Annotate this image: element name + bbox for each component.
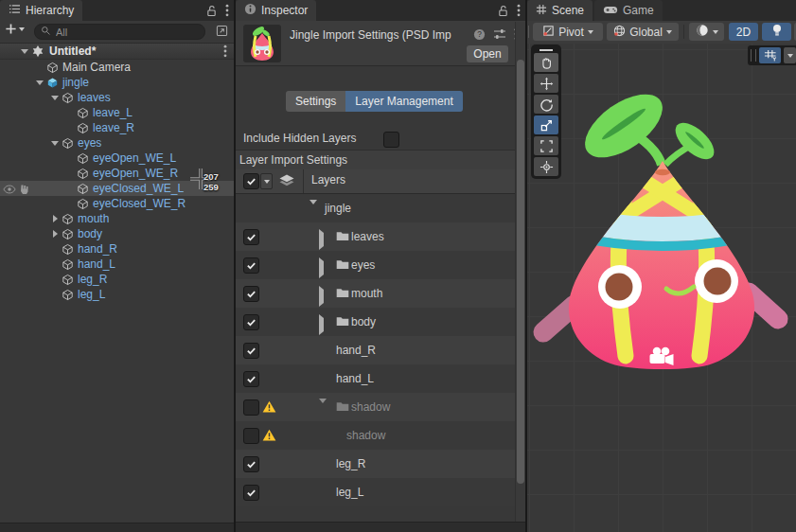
tab-hierarchy[interactable]: Hierarchy <box>0 0 82 21</box>
layer-checkbox[interactable] <box>243 257 259 274</box>
hierarchy-item-label: mouth <box>78 212 109 225</box>
hierarchy-item-leave_R[interactable]: leave_R <box>0 120 234 135</box>
rotate-tool-button[interactable] <box>534 95 558 114</box>
layer-checkbox[interactable] <box>243 456 259 472</box>
hierarchy-item-eyeOpen_WE_L[interactable]: eyeOpen_WE_L <box>0 151 234 166</box>
move-tool-button[interactable] <box>534 74 558 93</box>
foldout-arrow[interactable] <box>49 215 61 222</box>
layer-checkbox[interactable] <box>243 428 259 444</box>
layer-row-shadow-7[interactable]: shadow <box>236 393 516 421</box>
scale-tool-button[interactable] <box>534 115 558 134</box>
layer-row-hand_L-6[interactable]: hand_L <box>236 364 516 393</box>
help-icon[interactable]: ? <box>473 28 486 44</box>
layer-foldout-arrow[interactable] <box>310 204 317 218</box>
hierarchy-item-mouth[interactable]: mouth <box>0 211 234 226</box>
hierarchy-item-eyes[interactable]: eyes <box>0 135 234 151</box>
layer-foldout-arrow[interactable] <box>319 261 324 275</box>
gameobject-cube-icon <box>76 152 90 165</box>
master-checkbox-dropdown[interactable] <box>260 173 273 189</box>
hierarchy-item-eyeOpen_WE_R[interactable]: eyeOpen_WE_R <box>0 166 234 181</box>
hierarchy-item-eyeClosed_WE_L[interactable]: eyeClosed_WE_L <box>0 181 234 196</box>
grid-pill-grip[interactable] <box>751 49 756 62</box>
layer-foldout-arrow[interactable] <box>319 318 324 331</box>
lock-icon[interactable] <box>206 5 217 20</box>
layer-row-eyes-2[interactable]: eyes <box>236 251 516 279</box>
tab-inspector[interactable]: Inspector <box>236 0 316 21</box>
layer-checkbox[interactable] <box>243 286 259 302</box>
hierarchy-item-jingle[interactable]: jingle <box>0 75 234 90</box>
grid-options-dropdown[interactable] <box>784 47 796 63</box>
gameobject-cube-icon <box>76 198 90 210</box>
scene-kebab-menu-icon[interactable] <box>223 44 227 61</box>
layer-row-shadow-8[interactable]: shadow <box>236 421 516 450</box>
scene-lighting-button[interactable] <box>762 23 791 41</box>
include-hidden-layers-checkbox[interactable] <box>383 132 399 148</box>
add-gameobject-button[interactable] <box>5 23 25 35</box>
transform-tool-button[interactable] <box>534 157 558 176</box>
layer-row-mouth-3[interactable]: mouth <box>236 279 516 308</box>
tab-settings[interactable]: Settings <box>286 91 345 112</box>
hierarchy-item-hand_L[interactable]: hand_L <box>0 257 234 272</box>
layer-row-leg_L-10[interactable]: leg_L <box>236 478 516 506</box>
layer-foldout-arrow[interactable] <box>319 290 324 303</box>
layer-row-leg_R-9[interactable]: leg_R <box>236 450 516 478</box>
scene-header-row[interactable]: Untitled* <box>0 44 234 60</box>
global-dropdown[interactable]: Global <box>607 23 679 41</box>
hierarchy-item-hand_R[interactable]: hand_R <box>0 241 234 257</box>
foldout-arrow[interactable] <box>49 96 61 100</box>
foldout-arrow[interactable] <box>49 141 61 146</box>
tab-layer-management[interactable]: Layer Management <box>345 91 462 112</box>
rect-tool-button[interactable] <box>534 136 558 155</box>
open-button[interactable]: Open <box>467 45 508 62</box>
hierarchy-item-leg_L[interactable]: leg_L <box>0 287 234 302</box>
presets-icon[interactable] <box>493 28 506 43</box>
master-layer-checkbox[interactable] <box>243 173 259 189</box>
scrollbar-thumb[interactable] <box>517 60 524 484</box>
hierarchy-tree: Main Camerajingleleavesleave_Lleave_Reye… <box>0 60 234 302</box>
lock-icon[interactable] <box>498 5 508 20</box>
hierarchy-item-body[interactable]: body <box>0 226 234 241</box>
kebab-menu-icon[interactable] <box>225 4 229 20</box>
importer-tabs: Settings Layer Management <box>286 91 463 112</box>
hierarchy-item-eyeClosed_WE_R[interactable]: eyeClosed_WE_R <box>0 196 234 211</box>
hierarchy-item-leg_R[interactable]: leg_R <box>0 272 234 287</box>
2d-mode-button[interactable]: 2D <box>729 23 758 41</box>
hierarchy-search-field[interactable] <box>34 24 205 40</box>
popout-window-icon[interactable] <box>216 25 228 40</box>
search-input[interactable] <box>54 26 199 39</box>
layer-list: jingleleaveseyesmouthbodyhand_Rhand_Lsha… <box>236 194 516 506</box>
layer-row-jingle-0[interactable]: jingle <box>236 194 516 222</box>
layer-row-leaves-1[interactable]: leaves <box>236 222 516 251</box>
layer-name-label: hand_L <box>336 372 374 385</box>
hand-tool-button[interactable] <box>534 53 558 72</box>
hierarchy-item-Main Camera[interactable]: Main Camera <box>0 60 234 75</box>
tab-inspector-label: Inspector <box>261 4 308 17</box>
layer-checkbox[interactable] <box>243 485 259 501</box>
add-dropdown-arrow-icon <box>19 27 25 31</box>
tab-scene[interactable]: Scene <box>527 0 593 21</box>
layer-checkbox[interactable] <box>243 229 259 245</box>
layer-row-body-4[interactable]: body <box>236 308 516 336</box>
foldout-arrow[interactable] <box>19 49 30 54</box>
layer-checkbox[interactable] <box>243 399 259 416</box>
grid-toggle-button[interactable] <box>759 47 781 63</box>
pivot-dropdown[interactable]: Pivot <box>533 23 603 41</box>
layer-checkbox[interactable] <box>243 371 259 387</box>
layer-checkbox[interactable] <box>243 343 259 359</box>
layer-foldout-arrow[interactable] <box>319 233 324 246</box>
layer-foldout-arrow[interactable] <box>319 403 327 417</box>
layer-row-hand_R-5[interactable]: hand_R <box>236 336 516 364</box>
visibility-eye-icon[interactable] <box>3 184 16 197</box>
foldout-arrow[interactable] <box>34 80 45 85</box>
gameobject-cube-icon <box>61 137 75 150</box>
scene-viewport[interactable] <box>527 44 796 532</box>
hierarchy-item-leaves[interactable]: leaves <box>0 90 234 105</box>
shading-mode-dropdown[interactable] <box>689 23 724 41</box>
layer-checkbox[interactable] <box>243 314 259 330</box>
hierarchy-item-leave_L[interactable]: leave_L <box>0 105 234 120</box>
palette-grip-handle[interactable] <box>540 49 553 51</box>
jingle-character[interactable] <box>527 44 796 532</box>
tab-game[interactable]: Game <box>594 0 663 21</box>
foldout-arrow[interactable] <box>49 230 61 238</box>
kebab-menu-icon[interactable] <box>517 4 521 20</box>
